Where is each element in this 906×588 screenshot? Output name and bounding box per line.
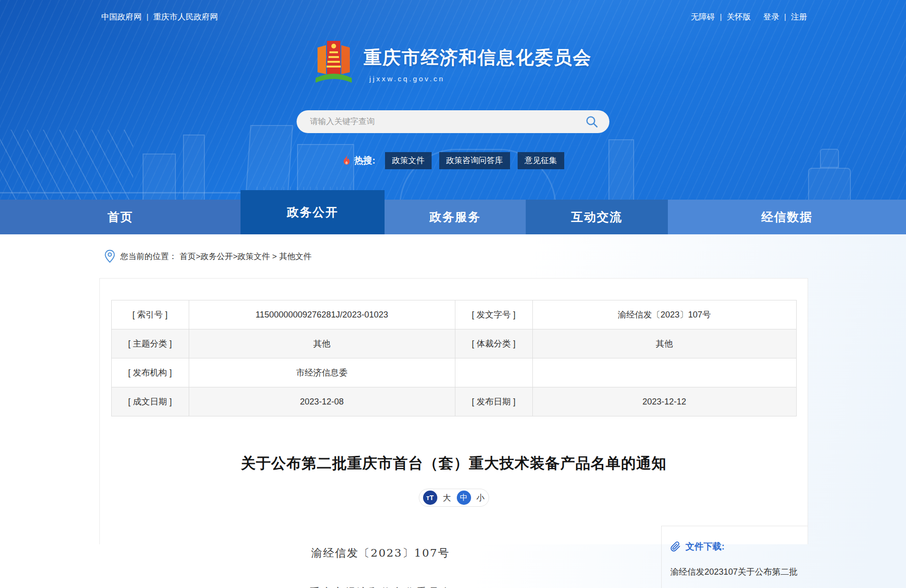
magnifier-icon (585, 115, 598, 128)
hot-tag-policy-qa[interactable]: 政策咨询问答库 (439, 152, 510, 169)
meta-value: 2023-12-08 (189, 387, 455, 416)
meta-label: [ 主题分类 ] (111, 329, 189, 358)
document-issuer-partial: 重庆市经济和信息化委员会 (100, 585, 661, 588)
file-download-heading: 文件下载: (670, 540, 804, 553)
breadcrumb-label: 您当前的位置： (120, 251, 177, 262)
meta-label: [ 发布机构 ] (111, 358, 189, 387)
font-size-medium-button[interactable]: 中 (457, 491, 471, 505)
flame-icon (342, 155, 351, 166)
meta-value: 其他 (532, 329, 796, 358)
hot-tag-feedback[interactable]: 意见征集 (518, 152, 564, 169)
nav-tab-data[interactable]: 经信数据 (668, 200, 906, 234)
nav-tab-gov-services[interactable]: 政务服务 (385, 200, 526, 234)
search-box (297, 110, 609, 133)
site-header: 中国政府网|重庆市人民政府网 无障碍|关怀版登录|注册 重庆市经济和信息化委员会… (0, 0, 906, 234)
document-area: 渝经信发〔2023〕107号 重庆市经济和信息化委员会 文件下载: 渝经信发20… (100, 526, 808, 588)
document-number: 渝经信发〔2023〕107号 (100, 546, 661, 560)
meta-label: [ 索引号 ] (111, 300, 189, 329)
font-size-icon[interactable]: тT (423, 491, 437, 505)
search-row (0, 110, 906, 133)
table-row: [ 索引号 ] 11500000009276281J/2023-01023 [ … (111, 300, 796, 329)
topbar-right-links: 无障碍|关怀版登录|注册 (691, 11, 807, 22)
meta-value: 市经济信息委 (189, 358, 455, 387)
table-row: [ 主题分类 ] 其他 [ 体裁分类 ] 其他 (111, 329, 796, 358)
meta-value: 其他 (189, 329, 455, 358)
meta-label (455, 358, 532, 387)
document-meta-table: [ 索引号 ] 11500000009276281J/2023-01023 [ … (111, 300, 797, 416)
nav-tab-home[interactable]: 首页 (0, 200, 241, 234)
meta-label: [ 成文日期 ] (111, 387, 189, 416)
table-row: [ 成文日期 ] 2023-12-08 [ 发布日期 ] 2023-12-12 (111, 387, 796, 416)
link-care-version[interactable]: 关怀版 (727, 12, 751, 21)
meta-label: [ 体裁分类 ] (455, 329, 532, 358)
map-pin-icon (104, 249, 116, 263)
table-row: [ 发布机构 ] 市经济信息委 (111, 358, 796, 387)
link-china-gov[interactable]: 中国政府网 (101, 12, 142, 21)
main-nav: 首页 政务公开 政务服务 互动交流 经信数据 (0, 190, 906, 234)
meta-value (532, 358, 796, 387)
paperclip-icon (670, 541, 681, 552)
meta-value: 渝经信发〔2023〕107号 (532, 300, 796, 329)
site-title: 重庆市经济和信息化委员会 (364, 46, 592, 70)
article-title: 关于公布第二批重庆市首台（套）重大技术装备产品名单的通知 (100, 453, 808, 473)
font-size-control-row: тT 大 中 小 (100, 489, 808, 507)
site-domain: jjxxw.cq.gov.cn (369, 75, 592, 83)
meta-label: [ 发文字号 ] (455, 300, 532, 329)
breadcrumb-trail[interactable]: 首页>政务公开>政策文件 > 其他文件 (180, 251, 311, 262)
main-area: 您当前的位置： 首页>政务公开>政策文件 > 其他文件 [ 索引号 ] 1150… (0, 234, 906, 588)
hot-tag-policy-files[interactable]: 政策文件 (385, 152, 432, 169)
document-body: 渝经信发〔2023〕107号 重庆市经济和信息化委员会 (100, 526, 661, 588)
link-accessibility[interactable]: 无障碍 (691, 12, 715, 21)
file-download-link[interactable]: 渝经信发2023107关于公布第二批重庆市首台（套）重大技术装备... (670, 561, 804, 588)
hot-search-row: 热搜: 政策文件 政策咨询问答库 意见征集 (0, 152, 906, 169)
nav-tab-interaction[interactable]: 互动交流 (526, 200, 668, 234)
link-cq-gov[interactable]: 重庆市人民政府网 (153, 12, 218, 21)
breadcrumb: 您当前的位置： 首页>政务公开>政策文件 > 其他文件 (0, 234, 906, 278)
search-input[interactable] (310, 117, 585, 126)
file-download-panel: 文件下载: 渝经信发2023107关于公布第二批重庆市首台（套）重大技术装备..… (661, 526, 808, 588)
topbar-left-links: 中国政府网|重庆市人民政府网 (101, 11, 218, 22)
agency-emblem-icon (314, 40, 353, 84)
article-card: [ 索引号 ] 11500000009276281J/2023-01023 [ … (99, 278, 808, 544)
search-button[interactable] (585, 115, 599, 129)
link-register[interactable]: 注册 (791, 12, 807, 21)
meta-label: [ 发布日期 ] (455, 387, 532, 416)
meta-value: 2023-12-12 (532, 387, 796, 416)
link-login[interactable]: 登录 (763, 12, 780, 21)
meta-value: 11500000009276281J/2023-01023 (189, 300, 455, 329)
site-logo[interactable]: 重庆市经济和信息化委员会 jjxxw.cq.gov.cn (314, 40, 592, 84)
font-size-large-button[interactable]: 大 (443, 492, 451, 503)
logo-row: 重庆市经济和信息化委员会 jjxxw.cq.gov.cn (0, 40, 906, 84)
top-utility-bar: 中国政府网|重庆市人民政府网 无障碍|关怀版登录|注册 (0, 11, 906, 22)
font-size-control: тT 大 中 小 (419, 489, 489, 507)
font-size-small-button[interactable]: 小 (477, 492, 485, 503)
hot-search-label: 热搜: (342, 154, 375, 167)
nav-tab-gov-disclosure[interactable]: 政务公开 (241, 190, 385, 234)
